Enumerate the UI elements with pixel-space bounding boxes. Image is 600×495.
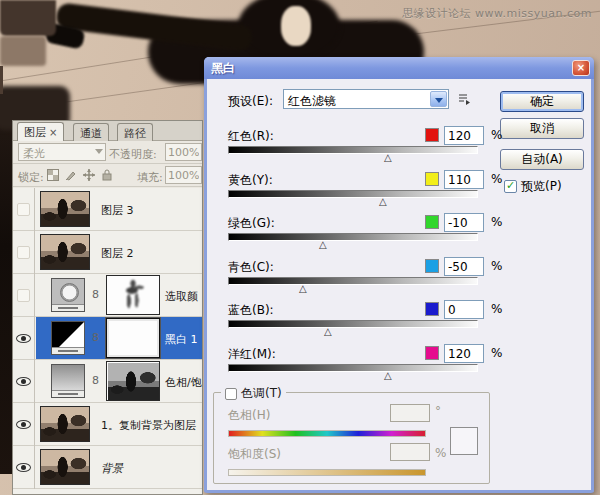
slider-track[interactable]: △ <box>228 320 478 328</box>
ok-button[interactable]: 确定 <box>500 91 584 112</box>
layer-thumbnail[interactable] <box>40 234 90 270</box>
tab-channels[interactable]: 通道 <box>73 123 109 141</box>
slider-value-input[interactable] <box>444 170 484 189</box>
slider-track[interactable]: △ <box>228 146 478 154</box>
slider-color-chip <box>425 302 439 316</box>
tint-color-swatch[interactable] <box>450 427 478 455</box>
lock-transparency-icon[interactable] <box>47 169 59 181</box>
layer-thumbnail[interactable] <box>40 191 90 227</box>
visibility-well[interactable] <box>13 231 35 274</box>
layer-name[interactable]: 图层 3 <box>101 203 134 218</box>
slider-label: 绿色(G): <box>228 215 275 232</box>
dialog-titlebar[interactable]: 黑白 × <box>204 57 594 79</box>
slider-track[interactable]: △ <box>228 277 478 285</box>
black-white-layer-icon[interactable] <box>51 321 85 355</box>
layer-name[interactable]: 色相/饱 <box>165 375 202 390</box>
visibility-well[interactable] <box>13 403 35 446</box>
layer-name[interactable]: 背景 <box>101 461 123 476</box>
preset-select[interactable]: 红色滤镜 <box>283 89 449 109</box>
eye-icon[interactable] <box>16 334 31 343</box>
slider-value-input[interactable] <box>444 300 484 319</box>
chevron-down-icon[interactable] <box>430 91 447 107</box>
eye-icon[interactable] <box>16 420 31 429</box>
visibility-well[interactable] <box>13 188 35 231</box>
layer-row[interactable]: 1。复制背景为图层 <box>13 403 202 446</box>
blend-mode-select[interactable]: 柔光 <box>18 143 106 161</box>
photo-pole <box>0 66 3 94</box>
visibility-well[interactable] <box>13 446 35 489</box>
fill-label: 填充: <box>137 170 163 185</box>
slider-row: 青色(C): % △ <box>207 258 591 298</box>
layer-row[interactable]: 8选取颜 <box>13 274 202 317</box>
layer-mask-thumbnail[interactable] <box>106 318 160 358</box>
adjustment-strip <box>52 304 84 311</box>
layer-row[interactable]: 8色相/饱 <box>13 360 202 403</box>
slider-value-input[interactable] <box>444 213 484 232</box>
layer-name[interactable]: 选取颜 <box>165 289 198 304</box>
slider-track[interactable]: △ <box>228 233 478 241</box>
slider-thumb[interactable]: △ <box>299 284 307 294</box>
layer-mask-thumbnail[interactable] <box>106 275 160 315</box>
visibility-well[interactable] <box>13 317 35 360</box>
layer-name[interactable]: 黑白 1 <box>165 332 198 347</box>
visibility-well[interactable] <box>13 274 35 317</box>
opacity-input[interactable] <box>165 143 202 161</box>
preset-menu-icon[interactable] <box>458 93 472 105</box>
tint-checkbox[interactable] <box>225 388 237 400</box>
link-icon[interactable]: 8 <box>92 331 99 344</box>
adjustment-layer-icon[interactable] <box>51 278 85 312</box>
hue-input[interactable] <box>390 404 430 422</box>
slider-thumb[interactable]: △ <box>379 197 387 207</box>
saturation-label: 饱和度(S) <box>228 446 281 463</box>
layer-thumbnail[interactable] <box>40 406 90 442</box>
slider-label: 红色(R): <box>228 128 274 145</box>
slider-color-chip <box>425 215 439 229</box>
percent-label: % <box>491 259 502 273</box>
saturation-input[interactable] <box>390 443 430 461</box>
lock-all-padlock-icon[interactable] <box>101 169 113 181</box>
lock-pixels-brush-icon[interactable] <box>65 169 77 181</box>
saturation-gradient-bar[interactable] <box>228 469 426 476</box>
tab-close-icon[interactable]: × <box>49 127 57 138</box>
hue-gradient-bar[interactable] <box>228 430 426 437</box>
eye-icon[interactable] <box>16 463 31 472</box>
photo-buildings <box>0 0 56 36</box>
slider-track[interactable]: △ <box>228 364 478 372</box>
tab-layers[interactable]: 图层× <box>17 122 64 141</box>
saturation-unit: % <box>435 446 446 460</box>
link-icon[interactable]: 8 <box>92 288 99 301</box>
slider-thumb[interactable]: △ <box>384 153 392 163</box>
layer-row[interactable]: 背景 <box>13 446 202 489</box>
slider-track[interactable]: △ <box>228 190 478 198</box>
layer-name[interactable]: 图层 2 <box>101 246 134 261</box>
slider-thumb[interactable]: △ <box>319 240 327 250</box>
percent-label: % <box>491 346 502 360</box>
visibility-well[interactable] <box>13 360 35 403</box>
slider-value-input[interactable] <box>444 126 484 145</box>
fill-input[interactable] <box>165 166 202 184</box>
layer-row[interactable]: 图层 2 <box>13 231 202 274</box>
layer-row[interactable]: 8黑白 1 <box>13 317 202 360</box>
slider-thumb[interactable]: △ <box>384 371 392 381</box>
layer-row[interactable]: 图层 3 <box>13 188 202 231</box>
close-icon[interactable]: × <box>572 60 590 76</box>
layer-name[interactable]: 1。复制背景为图层 <box>101 418 196 433</box>
slider-value-input[interactable] <box>444 257 484 276</box>
link-icon[interactable]: 8 <box>92 374 99 387</box>
layer-thumbnail[interactable] <box>40 449 90 485</box>
layer-mask-thumbnail[interactable] <box>106 361 160 401</box>
empty-eye-well[interactable] <box>17 289 30 302</box>
slider-row: 蓝色(B): % △ <box>207 301 591 341</box>
eye-icon[interactable] <box>16 377 31 386</box>
lock-position-move-icon[interactable] <box>83 169 95 181</box>
tab-paths[interactable]: 路径 <box>117 123 153 141</box>
empty-eye-well[interactable] <box>17 203 30 216</box>
preset-value: 红色滤镜 <box>288 94 336 108</box>
tab-channels-label: 通道 <box>80 127 102 140</box>
hue-saturation-layer-icon[interactable] <box>51 364 85 398</box>
slider-label: 洋红(M): <box>228 346 276 363</box>
slider-value-input[interactable] <box>444 344 484 363</box>
empty-eye-well[interactable] <box>17 246 30 259</box>
black-white-dialog: 黑白 × 预设(E): 红色滤镜 确定 取消 自动(A) 预览(P) 红色(R)… <box>204 57 594 493</box>
slider-thumb[interactable]: △ <box>324 327 332 337</box>
